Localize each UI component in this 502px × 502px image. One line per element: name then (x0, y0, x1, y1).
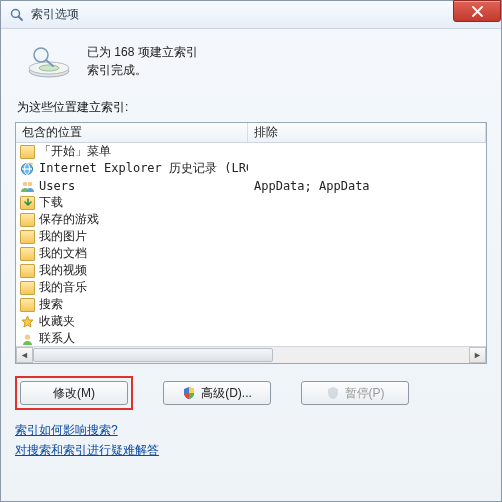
shield-icon (326, 386, 340, 400)
row-name: 保存的游戏 (39, 211, 99, 228)
scroll-right-arrow[interactable]: ► (469, 347, 486, 363)
list-row[interactable]: 我的图片 (16, 228, 486, 245)
svg-point-10 (28, 181, 33, 186)
music-folder-icon (20, 281, 35, 295)
link-how-affects-search[interactable]: 索引如何影响搜索? (15, 423, 118, 437)
list-row[interactable]: 保存的游戏 (16, 211, 486, 228)
row-name: Internet Explorer 历史记录 (LRG... (39, 160, 248, 177)
scroll-left-arrow[interactable]: ◄ (16, 347, 33, 363)
link-troubleshoot[interactable]: 对搜索和索引进行疑难解答 (15, 443, 159, 457)
list-row[interactable]: 搜索 (16, 296, 486, 313)
list-row[interactable]: 我的文档 (16, 245, 486, 262)
indexed-count: 已为 168 项建立索引 (87, 43, 198, 61)
row-name: 收藏夹 (39, 313, 75, 330)
row-exclude: AppData; AppData (254, 179, 370, 193)
search-folder-icon (20, 298, 35, 312)
list-row[interactable]: Internet Explorer 历史记录 (LRG... (16, 160, 486, 177)
col-exclude-header[interactable]: 排除 (248, 123, 486, 142)
button-row: 修改(M) 高级(D)... 暂停(P) (15, 376, 487, 410)
ie-icon (20, 162, 35, 176)
folder-icon (20, 145, 35, 159)
users-icon (20, 179, 35, 193)
drive-search-icon (25, 43, 73, 79)
pause-label: 暂停(P) (345, 385, 385, 402)
modify-button[interactable]: 修改(M) (20, 381, 128, 405)
svg-point-9 (23, 181, 28, 186)
documents-folder-icon (20, 247, 35, 261)
pause-button: 暂停(P) (301, 381, 409, 405)
content-area: 已为 168 项建立索引 索引完成。 为这些位置建立索引: 包含的位置 排除 「… (1, 29, 501, 470)
titlebar[interactable]: 索引选项 (1, 1, 501, 29)
status-text: 已为 168 项建立索引 索引完成。 (87, 43, 198, 79)
search-icon (9, 7, 25, 23)
scroll-track[interactable] (33, 347, 469, 363)
list-body[interactable]: 「开始」菜单Internet Explorer 历史记录 (LRG...User… (16, 143, 486, 346)
row-name: 「开始」菜单 (39, 143, 111, 160)
help-links: 索引如何影响搜索? 对搜索和索引进行疑难解答 (15, 420, 487, 460)
games-folder-icon (20, 213, 35, 227)
favorites-icon (20, 315, 35, 329)
list-row[interactable]: 我的视频 (16, 262, 486, 279)
window-title: 索引选项 (31, 6, 79, 23)
pictures-folder-icon (20, 230, 35, 244)
list-header: 包含的位置 排除 (16, 123, 486, 143)
contacts-icon (20, 332, 35, 346)
col-include-header[interactable]: 包含的位置 (16, 123, 248, 142)
list-row[interactable]: 「开始」菜单 (16, 143, 486, 160)
download-folder-icon (20, 196, 35, 210)
index-complete: 索引完成。 (87, 61, 198, 79)
row-name: 我的视频 (39, 262, 87, 279)
list-row[interactable]: 联系人 (16, 330, 486, 346)
list-row[interactable]: 我的音乐 (16, 279, 486, 296)
close-icon (472, 6, 483, 17)
modify-label: 修改(M) (53, 385, 95, 402)
svg-point-4 (39, 65, 59, 71)
videos-folder-icon (20, 264, 35, 278)
row-name: 联系人 (39, 330, 75, 346)
row-name: 下载 (39, 194, 63, 211)
close-button[interactable] (453, 0, 501, 22)
svg-point-11 (25, 334, 30, 339)
advanced-label: 高级(D)... (201, 385, 252, 402)
locations-label: 为这些位置建立索引: (17, 99, 487, 116)
list-row[interactable]: 收藏夹 (16, 313, 486, 330)
indexing-options-window: 索引选项 已为 168 项建立索引 索引完成。 为这些位置建立索引: (0, 0, 502, 502)
svg-line-1 (19, 16, 23, 20)
scroll-thumb[interactable] (33, 348, 273, 362)
horizontal-scrollbar[interactable]: ◄ ► (16, 346, 486, 363)
status-row: 已为 168 项建立索引 索引完成。 (15, 37, 487, 93)
row-name: 我的图片 (39, 228, 87, 245)
highlight-box: 修改(M) (15, 376, 133, 410)
advanced-button[interactable]: 高级(D)... (163, 381, 271, 405)
list-row[interactable]: UsersAppData; AppData (16, 177, 486, 194)
row-name: 我的音乐 (39, 279, 87, 296)
row-name: 我的文档 (39, 245, 87, 262)
row-name: Users (39, 179, 75, 193)
row-name: 搜索 (39, 296, 63, 313)
list-row[interactable]: 下载 (16, 194, 486, 211)
locations-list[interactable]: 包含的位置 排除 「开始」菜单Internet Explorer 历史记录 (L… (15, 122, 487, 364)
shield-icon (182, 386, 196, 400)
